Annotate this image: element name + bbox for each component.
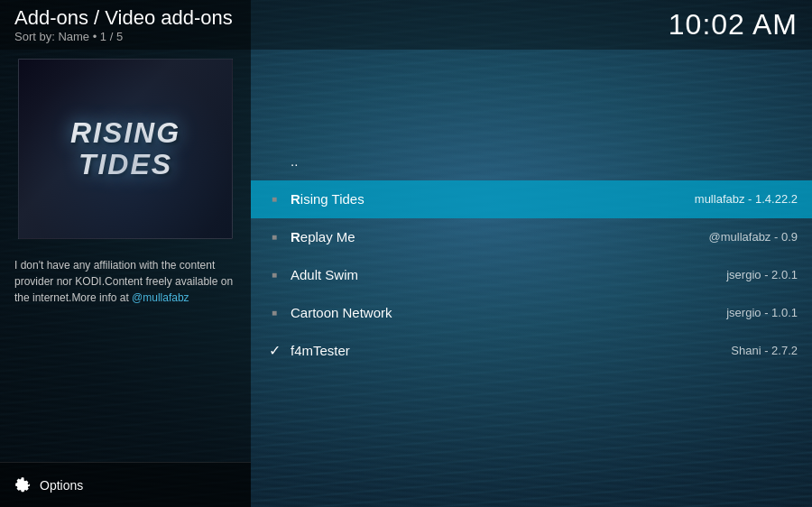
list-item-rising-tides[interactable]: ■ Rising Tides mullafabz - 1.4.22.2 bbox=[251, 180, 812, 218]
cartoon-network-meta: jsergio - 1.0.1 bbox=[726, 306, 798, 319]
description-text: I don't have any affiliation with the co… bbox=[14, 259, 233, 304]
replay-me-name: Replay Me bbox=[283, 229, 709, 244]
header: Add-ons / Video add-ons Sort by: Name • … bbox=[0, 0, 812, 50]
f4mtester-meta: Shani - 2.7.2 bbox=[731, 344, 798, 357]
thumbnail-text: RISINGTIDES bbox=[70, 117, 180, 180]
parent-nav-label: .. bbox=[283, 153, 798, 169]
thumbnail: RISINGTIDES bbox=[18, 59, 233, 239]
replay-me-meta: @mullafabz - 0.9 bbox=[709, 230, 798, 244]
page-title: Add-ons / Video add-ons bbox=[14, 6, 669, 30]
rising-tides-name: Rising Tides bbox=[283, 191, 695, 207]
rising-tides-meta: mullafabz - 1.4.22.2 bbox=[695, 192, 798, 206]
f4mtester-name: f4mTester bbox=[283, 343, 731, 358]
cartoon-network-indicator: ■ bbox=[265, 308, 283, 318]
gear-icon bbox=[14, 477, 31, 493]
adult-swim-name: Adult Swim bbox=[283, 267, 726, 282]
list-item-f4mtester[interactable]: ✓ f4mTester Shani - 2.7.2 bbox=[251, 332, 812, 370]
page-subtitle: Sort by: Name • 1 / 5 bbox=[14, 30, 669, 43]
left-panel: RISINGTIDES I don't have any affiliation… bbox=[0, 0, 251, 507]
list-container: .. ■ Rising Tides mullafabz - 1.4.22.2 ■… bbox=[251, 143, 812, 370]
adult-swim-indicator: ■ bbox=[265, 270, 283, 280]
clock: 10:02 AM bbox=[669, 8, 798, 41]
cartoon-network-name: Cartoon Network bbox=[283, 305, 726, 320]
parent-nav-item[interactable]: .. bbox=[251, 143, 812, 180]
list-item-cartoon-network[interactable]: ■ Cartoon Network jsergio - 1.0.1 bbox=[251, 294, 812, 332]
f4mtester-indicator: ✓ bbox=[265, 342, 283, 359]
description-link[interactable]: @mullafabz bbox=[132, 291, 189, 304]
main-content: .. ■ Rising Tides mullafabz - 1.4.22.2 ■… bbox=[251, 0, 812, 507]
replay-me-indicator: ■ bbox=[265, 232, 283, 242]
list-item-replay-me[interactable]: ■ Replay Me @mullafabz - 0.9 bbox=[251, 218, 812, 256]
options-label[interactable]: Options bbox=[40, 478, 83, 493]
description: I don't have any affiliation with the co… bbox=[0, 250, 251, 313]
list-item-adult-swim[interactable]: ■ Adult Swim jsergio - 2.0.1 bbox=[251, 256, 812, 294]
adult-swim-meta: jsergio - 2.0.1 bbox=[726, 268, 798, 281]
bottom-bar: Options bbox=[0, 462, 251, 507]
options-icon bbox=[13, 475, 32, 495]
rising-tides-indicator: ■ bbox=[265, 194, 283, 204]
header-left: Add-ons / Video add-ons Sort by: Name • … bbox=[14, 6, 669, 43]
